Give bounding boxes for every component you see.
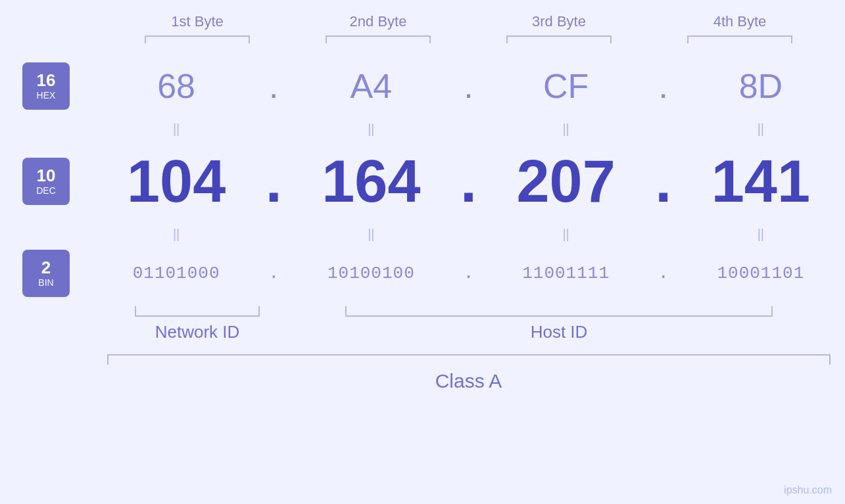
bin-value-3: 11001111 xyxy=(522,263,610,283)
dec-cell-2: 164 xyxy=(287,149,455,214)
dec-badge-slot: 10 DEC xyxy=(22,142,70,221)
hex-cell-1: 68 xyxy=(92,66,260,106)
hex-badge-number: 16 xyxy=(37,72,56,89)
hex-value-2: A4 xyxy=(350,67,393,105)
bin-row: 01101000 . 10100100 . 11001111 . xyxy=(92,247,845,300)
class-section: Class A xyxy=(107,354,831,392)
eq-2-1: || xyxy=(92,227,260,242)
class-bracket xyxy=(107,354,831,365)
eq-2-3: || xyxy=(482,227,650,242)
data-rows-wrapper: 16 HEX 10 DEC 2 BIN xyxy=(0,57,845,300)
hex-dot-1: . xyxy=(260,66,287,106)
dec-cell-1: 104 xyxy=(92,149,260,214)
dec-cell-3: 207 xyxy=(482,149,650,214)
hex-row: 68 . A4 . CF . 8D xyxy=(92,57,845,116)
bin-badge: 2 BIN xyxy=(22,250,70,297)
dec-value-3: 207 xyxy=(517,149,616,214)
hex-value-4: 8D xyxy=(739,67,783,105)
hex-badge-label: HEX xyxy=(37,90,56,101)
hex-cell-3: CF xyxy=(482,66,650,106)
dec-value-1: 104 xyxy=(127,149,226,214)
hex-dot-2: . xyxy=(456,66,482,106)
bin-value-1: 01101000 xyxy=(133,263,220,283)
dec-cell-4: 141 xyxy=(677,149,845,214)
bin-cell-2: 10100100 xyxy=(287,263,455,283)
hex-value-3: CF xyxy=(543,67,589,105)
top-bracket-2 xyxy=(326,35,431,43)
hex-badge: 16 HEX xyxy=(22,62,70,110)
dec-badge-number: 10 xyxy=(37,167,56,184)
eq-2-2: || xyxy=(287,227,455,242)
dec-dot-2: . xyxy=(456,148,482,216)
hex-dot-3: . xyxy=(650,66,677,106)
watermark: ipshu.com xyxy=(784,484,832,496)
dec-badge-label: DEC xyxy=(36,185,56,196)
dec-value-4: 141 xyxy=(712,149,810,214)
hex-cell-2: A4 xyxy=(287,66,455,106)
eq-1-1: || xyxy=(92,122,260,137)
eq-row-2: || || || || xyxy=(92,221,845,247)
dec-dot-3: . xyxy=(650,148,677,216)
byte-header-3: 3rd Byte xyxy=(469,13,650,30)
bin-badge-label: BIN xyxy=(38,277,53,288)
top-bracket-1 xyxy=(145,35,250,43)
all-data-rows: 68 . A4 . CF . 8D xyxy=(92,57,845,300)
bin-value-4: 10001101 xyxy=(717,263,804,283)
class-label: Class A xyxy=(435,370,502,392)
bin-cell-4: 10001101 xyxy=(677,263,845,283)
bin-badge-slot: 2 BIN xyxy=(22,247,70,300)
bin-value-2: 10100100 xyxy=(327,263,415,283)
network-id-section: Network ID xyxy=(107,306,288,342)
bin-cell-1: 01101000 xyxy=(92,263,260,283)
main-container: 1st Byte 2nd Byte 3rd Byte 4th Byte 16 H… xyxy=(0,0,845,504)
dec-value-2: 164 xyxy=(322,149,420,214)
bin-dot-1: . xyxy=(260,263,287,283)
dec-badge: 10 DEC xyxy=(22,158,70,205)
eq-1-4: || xyxy=(677,122,845,137)
eq-1-3: || xyxy=(482,122,650,137)
bin-cell-3: 11001111 xyxy=(482,263,650,283)
host-id-bracket xyxy=(345,306,773,317)
bin-badge-number: 2 xyxy=(41,259,51,276)
byte-header-1: 1st Byte xyxy=(107,13,288,30)
bin-dot-2: . xyxy=(456,263,482,283)
network-id-bracket xyxy=(135,306,260,317)
dec-row: 104 . 164 . 207 . 141 xyxy=(92,142,845,221)
hex-cell-4: 8D xyxy=(677,66,845,106)
top-bracket-4 xyxy=(687,35,792,43)
badges-column: 16 HEX 10 DEC 2 BIN xyxy=(0,57,92,300)
byte-header-4: 4th Byte xyxy=(650,13,831,30)
eq-2-4: || xyxy=(677,227,845,242)
hex-badge-slot: 16 HEX xyxy=(22,57,70,116)
eq-1-2: || xyxy=(287,122,455,137)
bin-dot-3: . xyxy=(650,263,677,283)
eq-row-1: || || || || xyxy=(92,116,845,142)
dec-dot-1: . xyxy=(260,148,287,216)
host-id-section: Host ID xyxy=(288,306,831,342)
hex-value-1: 68 xyxy=(157,67,195,105)
bottom-labels-row: Network ID Host ID xyxy=(107,306,831,342)
byte-header-2: 2nd Byte xyxy=(288,13,469,30)
top-bracket-3 xyxy=(506,35,612,43)
host-id-label: Host ID xyxy=(531,322,588,342)
network-id-label: Network ID xyxy=(155,322,240,342)
